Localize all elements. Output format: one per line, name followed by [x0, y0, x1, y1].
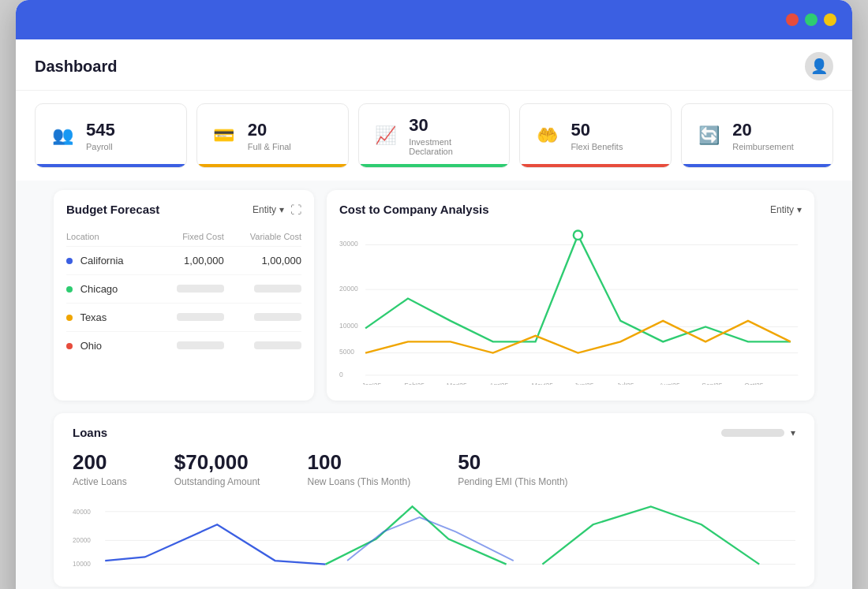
col-variable-cost: Variable Cost — [224, 227, 301, 247]
svg-text:Oct'25: Oct'25 — [744, 382, 764, 385]
stat-card-full-final[interactable]: 💳 20 Full & Final — [196, 103, 349, 168]
stat-icon-flexi: 🤲 — [533, 121, 561, 150]
svg-text:0: 0 — [339, 371, 343, 378]
stat-card-flexi[interactable]: 🤲 50 Flexi Benefits — [519, 103, 672, 168]
svg-text:Sep'25: Sep'25 — [702, 382, 722, 385]
svg-text:May'25: May'25 — [532, 382, 553, 385]
svg-text:5000: 5000 — [339, 348, 354, 356]
svg-text:40000: 40000 — [73, 509, 91, 516]
stat-label-reimbursement: Reimbursement — [732, 142, 794, 151]
svg-text:Jun'25: Jun'25 — [574, 382, 594, 385]
page-title: Dashboard — [35, 58, 117, 76]
table-row: Texas — [66, 304, 301, 332]
main-grid: Budget Forecast Entity ▾ ⛶ Loca — [35, 190, 833, 413]
stat-info-payroll: 545 Payroll — [86, 120, 115, 151]
loan-stat-number: $70,000 — [174, 450, 260, 475]
ctc-chart-card: Cost to Company Analysis Entity ▾ 0 5000… — [327, 190, 814, 401]
stat-number-reimbursement: 20 — [732, 120, 794, 140]
stat-info-reimbursement: 20 Reimbursement — [732, 120, 794, 151]
stat-bar-investment — [359, 164, 510, 167]
stat-info-flexi: 50 Flexi Benefits — [571, 120, 623, 151]
loan-stat-label: New Loans (This Month) — [307, 476, 410, 487]
loans-stats-row: 200 Active Loans $70,000 Outstanding Amo… — [73, 450, 795, 487]
stat-number-flexi: 50 — [571, 120, 623, 140]
loans-card: Loans ▾ 200 Active Loans $70,000 Outstan… — [54, 413, 814, 587]
stat-icon-reimbursement: 🔄 — [694, 121, 723, 150]
loan-stat-number: 100 — [307, 450, 410, 475]
stat-bar-full-final — [197, 164, 348, 167]
ctc-title: Cost to Company Analysis — [339, 203, 488, 216]
loans-header: Loans ▾ — [73, 426, 795, 439]
stat-bar-payroll — [36, 164, 186, 167]
stat-label-full-final: Full & Final — [248, 142, 291, 151]
stat-number-full-final: 20 — [248, 120, 291, 140]
ctc-chart-area: 0 5000 10000 20000 30000 — [339, 227, 802, 388]
loan-stat-item: 50 Pending EMI (This Month) — [458, 450, 567, 487]
stat-info-investment: 30 Investment Declaration — [409, 115, 496, 156]
stat-card-investment[interactable]: 📈 30 Investment Declaration — [358, 103, 511, 168]
budget-expand-button[interactable]: ⛶ — [290, 203, 301, 216]
ctc-chart-svg: 0 5000 10000 20000 30000 — [339, 227, 802, 385]
stat-number-investment: 30 — [409, 115, 496, 136]
stat-label-investment: Investment Declaration — [409, 137, 496, 156]
loan-stat-label: Pending EMI (This Month) — [458, 476, 567, 487]
loan-stat-number: 50 — [458, 450, 567, 475]
svg-text:20000: 20000 — [73, 537, 91, 544]
budget-controls: Entity ▾ ⛶ — [253, 203, 301, 216]
budget-card-header: Budget Forecast Entity ▾ ⛶ — [66, 203, 301, 216]
loan-stat-label: Active Loans — [73, 476, 127, 487]
stat-info-full-final: 20 Full & Final — [248, 120, 291, 151]
table-row: Chicago — [66, 275, 301, 304]
budget-title: Budget Forecast — [66, 203, 159, 216]
close-button[interactable] — [786, 13, 799, 26]
page-header: Dashboard 👤 — [16, 39, 852, 91]
table-row: Ohio — [66, 332, 301, 360]
loans-skeleton-bar — [721, 429, 784, 437]
loan-stat-item: 200 Active Loans — [73, 450, 127, 487]
loans-title: Loans — [73, 426, 107, 439]
stat-label-payroll: Payroll — [86, 142, 115, 151]
app-window: Dashboard 👤 👥 545 Payroll 💳 20 Full & Fi… — [16, 0, 852, 589]
svg-text:10000: 10000 — [339, 322, 358, 330]
loan-stat-item: 100 New Loans (This Month) — [307, 450, 410, 487]
titlebar — [16, 0, 852, 39]
svg-point-10 — [574, 231, 582, 240]
loan-stat-number: 200 — [73, 450, 127, 475]
svg-text:10000: 10000 — [73, 561, 91, 568]
app-content: Dashboard 👤 👥 545 Payroll 💳 20 Full & Fi… — [16, 39, 852, 589]
stat-cards-row: 👥 545 Payroll 💳 20 Full & Final 📈 30 Inv… — [16, 91, 852, 181]
stat-bar-flexi — [520, 164, 671, 167]
svg-text:30000: 30000 — [339, 240, 358, 248]
stat-label-flexi: Flexi Benefits — [571, 142, 623, 151]
stat-icon-full-final: 💳 — [210, 121, 238, 150]
stat-icon-investment: 📈 — [372, 121, 400, 150]
stat-card-payroll[interactable]: 👥 545 Payroll — [35, 103, 187, 168]
table-row: California 1,00,000 1,00,000 — [66, 247, 301, 275]
loans-chart-area: 10000 20000 40000 — [73, 500, 795, 574]
ctc-card-header: Cost to Company Analysis Entity ▾ — [339, 203, 802, 216]
maximize-button[interactable] — [805, 13, 817, 26]
budget-table: Location Fixed Cost Variable Cost Califo… — [66, 227, 301, 360]
stat-number-payroll: 545 — [86, 120, 115, 140]
stat-bar-reimbursement — [682, 164, 832, 167]
svg-text:Jan'25: Jan'25 — [361, 382, 381, 385]
svg-text:Jul'25: Jul'25 — [617, 382, 634, 385]
svg-text:Aug'25: Aug'25 — [659, 382, 679, 385]
svg-text:Apr'25: Apr'25 — [489, 382, 509, 385]
loan-stat-label: Outstanding Amount — [174, 476, 260, 487]
col-fixed-cost: Fixed Cost — [152, 227, 223, 247]
loan-stat-item: $70,000 Outstanding Amount — [174, 450, 260, 487]
col-location: Location — [66, 227, 152, 247]
budget-forecast-card: Budget Forecast Entity ▾ ⛶ Loca — [54, 190, 314, 401]
minimize-button[interactable] — [824, 13, 836, 26]
loans-chart-svg: 10000 20000 40000 — [73, 500, 795, 571]
stat-icon-payroll: 👥 — [48, 121, 77, 150]
loans-dropdown[interactable]: ▾ — [791, 427, 795, 438]
svg-text:Mar'25: Mar'25 — [447, 382, 467, 385]
svg-text:Feb'25: Feb'25 — [404, 382, 425, 385]
budget-entity-dropdown[interactable]: Entity ▾ — [253, 204, 284, 215]
ctc-entity-dropdown[interactable]: Entity ▾ — [770, 204, 802, 215]
avatar[interactable]: 👤 — [805, 52, 833, 80]
svg-text:20000: 20000 — [339, 285, 358, 293]
stat-card-reimbursement[interactable]: 🔄 20 Reimbursement — [681, 103, 833, 168]
